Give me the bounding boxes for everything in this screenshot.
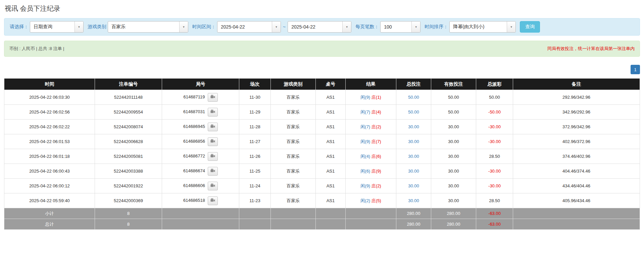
total-valid-bet-sum: 280.00	[431, 208, 476, 219]
caret-down-icon[interactable]: ▼	[342, 21, 351, 32]
result-banker: 庄(9)	[371, 169, 381, 174]
round-video-button[interactable]	[208, 152, 218, 161]
cell-game-type: 百家乐	[271, 134, 316, 149]
round-video-button[interactable]	[208, 182, 218, 190]
total-count: 8	[95, 219, 162, 230]
game-type-select[interactable]: 百家乐 ▼	[108, 21, 188, 33]
total-bet-sum: 280.00	[396, 219, 431, 230]
result-banker: 庄(4)	[371, 109, 381, 115]
column-header: 游戏类别	[271, 79, 316, 90]
cell-game-type: 百家乐	[271, 105, 316, 120]
query-type-value: 日期查询	[30, 21, 75, 32]
column-header: 时间	[4, 79, 95, 90]
result-banker: 庄(6)	[371, 154, 381, 159]
cell-total-bet-link[interactable]: 30.00	[396, 149, 431, 164]
bet-record-row: 2025-04-22 06:02:56522442009554614687031…	[4, 105, 640, 120]
caret-down-icon[interactable]: ▼	[75, 21, 83, 32]
cell-table-number: AS1	[316, 120, 346, 134]
bet-record-row: 2025-04-22 06:01:53522442006628614686856…	[4, 134, 640, 149]
date-to-select[interactable]: 2025-04-22 ▼	[288, 21, 351, 33]
round-number: 614686772	[183, 153, 205, 158]
video-icon	[210, 139, 215, 144]
cell-table-number: AS1	[316, 193, 346, 208]
cell-valid-bet: 50.00	[431, 105, 476, 120]
page-size-label: 每页笔数：	[355, 24, 379, 30]
cell-session: 11-27	[239, 134, 271, 149]
column-header: 备注	[513, 79, 640, 90]
cell-time: 2025-04-22 05:59:40	[4, 193, 95, 208]
column-header: 局号	[162, 79, 239, 90]
cell-note: 404.46/374.46	[513, 164, 640, 179]
video-icon	[210, 154, 215, 159]
date-from-select[interactable]: 2025-04-22 ▼	[217, 21, 281, 33]
bet-record-row: 2025-04-22 06:02:22522442008074614686945…	[4, 120, 640, 134]
cell-valid-bet: 30.00	[431, 179, 476, 193]
result-banker: 庄(2)	[371, 183, 381, 188]
filter-bar: 请选择： 日期查询 ▼ 游戏类别 百家乐 ▼ 时间区间： 2025-04-22 …	[4, 18, 640, 36]
game-type-label: 游戏类别	[88, 24, 106, 30]
query-type-select[interactable]: 日期查询 ▼	[30, 21, 84, 33]
column-header: 场次	[239, 79, 271, 90]
caret-down-icon[interactable]: ▼	[411, 21, 420, 32]
page-size-select[interactable]: 100 ▼	[380, 21, 420, 33]
cell-payout: -30.00	[476, 120, 513, 134]
cell-time: 2025-04-22 06:01:53	[4, 134, 95, 149]
cell-game-type: 百家乐	[271, 193, 316, 208]
round-video-button[interactable]	[208, 93, 218, 102]
cell-round-number: 614686945	[162, 120, 239, 134]
total-empty	[346, 219, 396, 230]
result-player: 闲(7)	[360, 109, 370, 115]
total-empty	[513, 208, 640, 219]
bet-record-row: 2025-04-22 06:03:30522442011148614687119…	[4, 90, 640, 105]
cell-total-bet-link[interactable]: 30.00	[396, 179, 431, 193]
table-header-row: 时间注单编号局号场次游戏类别桌号结果总投注有效投注总派彩备注	[4, 79, 640, 90]
round-number: 614686856	[183, 139, 205, 144]
cell-total-bet-link[interactable]: 50.00	[396, 90, 431, 105]
round-video-button[interactable]	[208, 167, 218, 176]
cell-bet-number: 522442006628	[95, 134, 162, 149]
date-from-value: 2025-04-22	[217, 21, 272, 32]
cell-total-bet-link[interactable]: 30.00	[396, 193, 431, 208]
video-icon	[210, 169, 215, 174]
round-video-button[interactable]	[208, 108, 218, 117]
query-type-label: 请选择：	[10, 24, 29, 30]
summary-currency-total: 币别 : 人民币 | 总共 :8 注单 |	[9, 46, 64, 52]
cell-round-number: 614686856	[162, 134, 239, 149]
total-empty	[346, 208, 396, 219]
cell-payout: -30.00	[476, 134, 513, 149]
total-empty	[513, 219, 640, 230]
sort-order-select[interactable]: 降幂(由大到小) ▼	[449, 21, 516, 33]
cell-total-bet-link[interactable]: 30.00	[396, 134, 431, 149]
cell-total-bet-link[interactable]: 30.00	[396, 120, 431, 134]
date-to-value: 2025-04-22	[288, 21, 342, 32]
round-video-button[interactable]	[208, 196, 218, 205]
date-range-separator: ~	[283, 24, 286, 30]
query-button[interactable]: 查询	[520, 21, 540, 33]
cell-payout: -30.00	[476, 164, 513, 179]
cell-payout: 50.00	[476, 90, 513, 105]
cell-result: 闲(2) 庄(5)	[346, 193, 396, 208]
video-icon	[210, 109, 215, 115]
cell-result: 闲(6) 庄(9)	[346, 164, 396, 179]
caret-down-icon[interactable]: ▼	[507, 21, 515, 32]
cell-table-number: AS1	[316, 105, 346, 120]
cell-round-number: 614687119	[162, 90, 239, 105]
total-row: 小计8280.00280.00-63.00	[4, 208, 640, 219]
page-button-1[interactable]: 1	[631, 65, 640, 74]
cell-total-bet-link[interactable]: 50.00	[396, 105, 431, 120]
cell-round-number: 614686772	[162, 149, 239, 164]
round-video-button[interactable]	[208, 137, 218, 146]
column-header: 注单编号	[95, 79, 162, 90]
pagination: 1	[4, 65, 640, 74]
video-icon	[210, 198, 215, 203]
cell-valid-bet: 50.00	[431, 90, 476, 105]
caret-down-icon[interactable]: ▼	[179, 21, 188, 32]
cell-valid-bet: 30.00	[431, 149, 476, 164]
caret-down-icon[interactable]: ▼	[272, 21, 281, 32]
total-empty	[162, 208, 239, 219]
round-video-button[interactable]	[208, 123, 218, 131]
cell-session: 11-24	[239, 179, 271, 193]
bet-records-table: 时间注单编号局号场次游戏类别桌号结果总投注有效投注总派彩备注 2025-04-2…	[4, 78, 640, 230]
cell-total-bet-link[interactable]: 30.00	[396, 164, 431, 179]
cell-payout: 28.50	[476, 149, 513, 164]
